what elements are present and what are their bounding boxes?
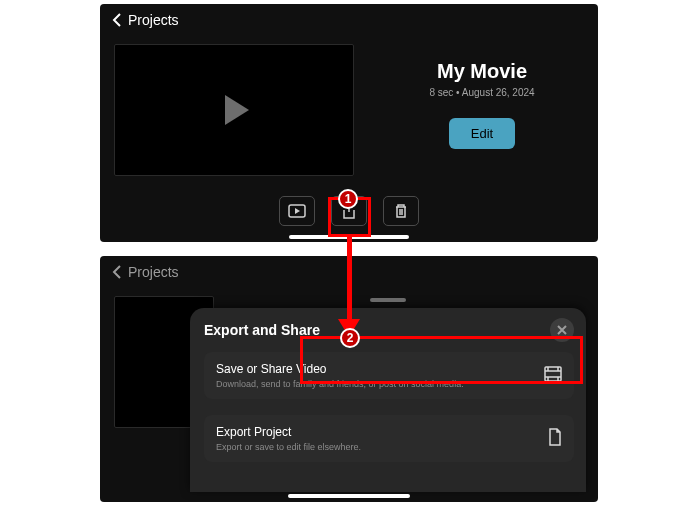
- project-meta: My Movie 8 sec • August 26, 2024 Edit: [380, 44, 584, 176]
- play-button[interactable]: [279, 196, 315, 226]
- film-icon: [544, 366, 562, 386]
- close-icon: [556, 324, 568, 336]
- project-title: My Movie: [437, 60, 527, 83]
- home-indicator: [289, 235, 409, 239]
- row-desc: Download, send to family and friends, or…: [216, 379, 464, 389]
- file-icon: [548, 428, 562, 450]
- back-button[interactable]: Projects: [110, 264, 179, 280]
- video-thumbnail[interactable]: [114, 44, 354, 176]
- back-button[interactable]: Projects: [110, 12, 179, 28]
- row-text: Export Project Export or save to edit fi…: [216, 425, 361, 452]
- save-share-video-row[interactable]: Save or Share Video Download, send to fa…: [204, 352, 574, 399]
- share-sheet-screen: Projects Export and Share Save or Share …: [100, 256, 598, 502]
- play-rect-icon: [288, 204, 306, 218]
- delete-button[interactable]: [383, 196, 419, 226]
- share-icon: [341, 202, 357, 220]
- chevron-left-icon: [110, 264, 126, 280]
- sheet-title: Export and Share: [204, 322, 320, 338]
- sheet-header: Export and Share: [190, 308, 586, 342]
- home-indicator: [288, 494, 410, 498]
- trash-icon: [393, 203, 409, 219]
- project-subtitle: 8 sec • August 26, 2024: [429, 87, 534, 98]
- row-label: Save or Share Video: [216, 362, 464, 376]
- export-project-row[interactable]: Export Project Export or save to edit fi…: [204, 415, 574, 462]
- export-share-sheet: Export and Share Save or Share Video Dow…: [190, 308, 586, 492]
- close-button[interactable]: [550, 318, 574, 342]
- share-button[interactable]: [331, 196, 367, 226]
- play-icon: [225, 95, 249, 125]
- row-label: Export Project: [216, 425, 361, 439]
- back-label: Projects: [128, 12, 179, 28]
- action-button-row: [100, 196, 598, 226]
- edit-button[interactable]: Edit: [449, 118, 515, 149]
- stage: { "top": { "back_label": "Projects", "mo…: [0, 0, 700, 511]
- row-desc: Export or save to edit file elsewhere.: [216, 442, 361, 452]
- project-body: My Movie 8 sec • August 26, 2024 Edit: [100, 36, 598, 176]
- top-header: Projects: [100, 4, 598, 36]
- back-label: Projects: [128, 264, 179, 280]
- sheet-grabber[interactable]: [370, 298, 406, 302]
- project-screen: Projects My Movie 8 sec • August 26, 202…: [100, 4, 598, 242]
- bottom-header: Projects: [100, 256, 598, 288]
- chevron-left-icon: [110, 12, 126, 28]
- row-text: Save or Share Video Download, send to fa…: [216, 362, 464, 389]
